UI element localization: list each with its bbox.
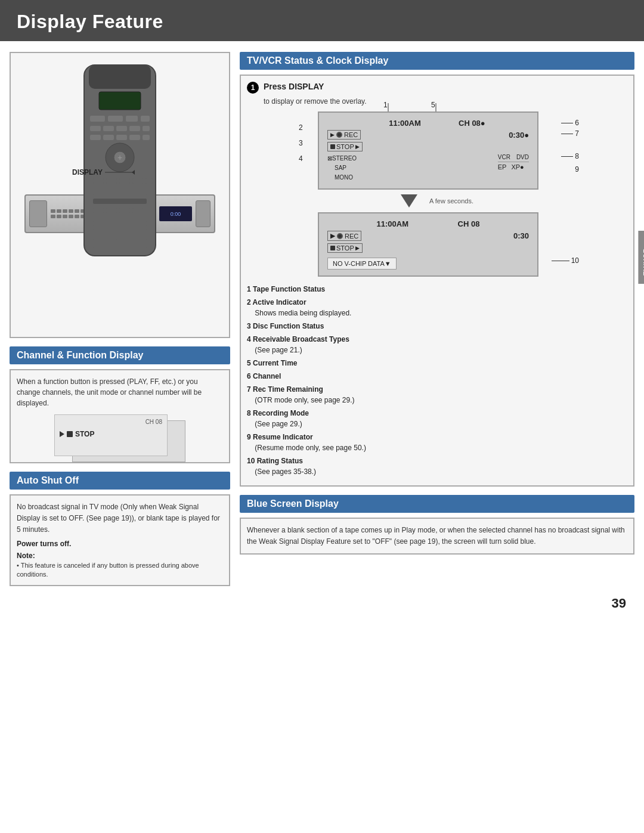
tvvcr-status-section: TV/VCR Status & Clock Display 1 Press DI… bbox=[240, 52, 634, 487]
arrow-section: A few seconds. bbox=[247, 194, 627, 208]
channel-display-area: CH 08 STOP bbox=[17, 414, 223, 456]
tv-display-1-wrapper: 1 5 2 3 4 6 bbox=[312, 112, 562, 190]
list-item-2: 2 Active Indicator Shows media being dis… bbox=[247, 297, 627, 318]
svg-rect-20 bbox=[93, 178, 104, 184]
tv2-row-1: 11:00AM CH 08 bbox=[327, 219, 529, 228]
tv2-rec: ▶ REC bbox=[327, 231, 361, 241]
callout-8: 8 bbox=[561, 152, 579, 160]
stereo-label: ⊠STEREO bbox=[327, 154, 357, 163]
note-label: Note: bbox=[17, 552, 223, 560]
svg-rect-14 bbox=[116, 135, 127, 140]
blue-screen-section: Blue Screen Display Whenever a blank sec… bbox=[240, 495, 634, 555]
vcr-dvd-row: VCR DVD bbox=[498, 154, 529, 162]
down-arrow bbox=[401, 194, 417, 208]
page-title-bar: Display Feature bbox=[0, 0, 644, 41]
remote-image-box: + bbox=[10, 52, 230, 338]
svg-rect-15 bbox=[129, 135, 140, 140]
page-title: Display Feature bbox=[17, 11, 627, 33]
callout-5: 5 bbox=[431, 101, 435, 109]
channel-desc: When a function button is pressed (PLAY,… bbox=[17, 376, 223, 408]
tv-display-1-box: 11:00AM CH 08● ▶ REC bbox=[318, 112, 538, 190]
vcr-label: VCR bbox=[498, 154, 510, 160]
svg-rect-16 bbox=[143, 135, 150, 140]
tv-time-1: 11:00AM bbox=[389, 119, 420, 128]
item7-desc: (OTR mode only, see page 29.) bbox=[255, 396, 354, 404]
tv-row-2: ▶ REC 0:30● bbox=[327, 130, 529, 140]
callout-2: 2 bbox=[299, 123, 303, 132]
item8-desc: (See page 29.) bbox=[255, 420, 302, 428]
power-turns-off: Power turns off. bbox=[17, 540, 223, 548]
svg-text:+: + bbox=[117, 153, 122, 162]
tv-display-1-area: 1 5 2 3 4 6 bbox=[247, 112, 627, 190]
tv-row-3: STOP ▶ bbox=[327, 142, 529, 151]
svg-rect-3 bbox=[90, 116, 105, 122]
tv-ch-1: CH 08● bbox=[459, 119, 485, 128]
stop-indicator: STOP ▶ bbox=[327, 142, 363, 151]
no-vchip-text: NO V-CHIP DATA▼ bbox=[327, 258, 397, 270]
tv-row-4: ⊠STEREO SAP MONO VCR DVD bbox=[327, 154, 529, 182]
main-layout: + bbox=[0, 52, 644, 596]
rec-time-1: 0:30● bbox=[509, 131, 529, 140]
status-numbered-list: 1 Tape Function Status 2 Active Indicato… bbox=[247, 284, 627, 477]
list-item-4: 4 Receivable Broadcast Types (See page 2… bbox=[247, 334, 627, 355]
page-num-text: 39 bbox=[612, 596, 626, 611]
ep-label: EP bbox=[498, 163, 507, 171]
item6-title: Channel bbox=[253, 372, 281, 380]
remote-control-image: + bbox=[72, 59, 168, 176]
svg-rect-33 bbox=[93, 235, 117, 240]
tv2-time: 11:00AM bbox=[377, 219, 408, 228]
few-seconds-text: A few seconds. bbox=[429, 197, 473, 205]
callout-7: 7 bbox=[561, 129, 579, 138]
svg-rect-24 bbox=[145, 178, 153, 184]
step1-desc: to display or remove the overlay. bbox=[264, 97, 627, 106]
rec-label: REC bbox=[344, 131, 358, 138]
auto-shutoff-content: No broadcast signal in TV mode (Only whe… bbox=[10, 494, 230, 586]
svg-rect-23 bbox=[132, 178, 143, 184]
list-item-7: 7 Rec Time Remaining (OTR mode only, see… bbox=[247, 384, 627, 405]
svg-rect-11 bbox=[143, 126, 150, 131]
svg-rect-5 bbox=[126, 116, 138, 122]
svg-rect-12 bbox=[90, 135, 101, 140]
list-item-9: 9 Resume Indicator (Resume mode only, se… bbox=[247, 432, 627, 453]
stop-text: STOP bbox=[75, 430, 94, 438]
mono-label: MONO bbox=[327, 173, 357, 182]
item3-title: Disc Function Status bbox=[253, 322, 324, 330]
auto-shutoff-text: No broadcast signal in TV mode (Only whe… bbox=[17, 501, 223, 536]
callout-4: 4 bbox=[299, 154, 303, 163]
item10-desc: (See pages 35-38.) bbox=[255, 467, 316, 476]
ep-xp-row: EP XP● bbox=[498, 163, 529, 171]
tv2-ch: CH 08 bbox=[458, 219, 480, 228]
item7-title: Rec Time Remaining bbox=[253, 385, 323, 394]
tv2-stop: STOP ▶ bbox=[327, 243, 363, 253]
item2-title: Active Indicator bbox=[253, 298, 306, 306]
dvd-label: DVD bbox=[516, 154, 529, 160]
no-vchip-box: NO V-CHIP DATA▼ bbox=[327, 258, 529, 270]
tvvcr-status-header: TV/VCR Status & Clock Display bbox=[240, 52, 634, 70]
svg-rect-22 bbox=[119, 178, 130, 184]
list-item-10: 10 Rating Status (See pages 35-38.) bbox=[247, 456, 627, 477]
svg-rect-34 bbox=[123, 235, 147, 240]
list-item-8: 8 Recording Mode (See page 29.) bbox=[247, 408, 627, 429]
item8-title: Recording Mode bbox=[253, 409, 309, 417]
blue-screen-content: Whenever a blank section of a tape comes… bbox=[240, 518, 634, 555]
callout-9: 9 bbox=[575, 165, 579, 174]
svg-rect-31 bbox=[93, 217, 147, 222]
channel-function-section: Channel & Function Display When a functi… bbox=[10, 346, 230, 463]
auto-shutoff-section: Auto Shut Off No broadcast signal in TV … bbox=[10, 472, 230, 586]
svg-rect-30 bbox=[132, 208, 143, 213]
stereo-block: ⊠STEREO SAP MONO bbox=[327, 154, 357, 182]
svg-rect-13 bbox=[103, 135, 114, 140]
step1-header: 1 Press DISPLAY bbox=[247, 82, 627, 94]
left-column: + bbox=[10, 52, 230, 586]
item10-title: Rating Status bbox=[257, 457, 303, 465]
item1-title: Tape Function Status bbox=[253, 285, 325, 293]
svg-rect-10 bbox=[129, 126, 140, 131]
channel-display-wrapper: CH 08 STOP bbox=[54, 414, 185, 456]
callout-6: 6 bbox=[561, 119, 579, 127]
display-label-line bbox=[105, 169, 135, 175]
step1-title: Press DISPLAY bbox=[264, 82, 324, 91]
note-text: • This feature is canceled if any button… bbox=[17, 561, 223, 580]
channel-function-content: When a function button is pressed (PLAY,… bbox=[10, 369, 230, 463]
tvvcr-operation-label: TV/VCR bbox=[642, 248, 644, 275]
svg-rect-6 bbox=[141, 116, 150, 122]
